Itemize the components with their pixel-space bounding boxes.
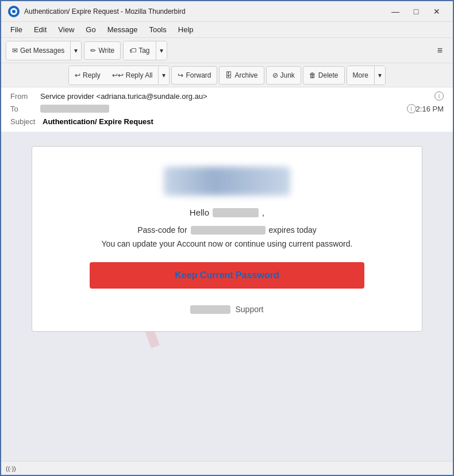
trash-icon: 🗑 <box>309 71 316 79</box>
subject-row: Subject Authentication/ Expire Request <box>10 115 444 129</box>
window-title: Authentication/ Expire Request - Mozilla… <box>24 7 386 16</box>
junk-label: Junk <box>280 71 295 79</box>
archive-icon: 🗄 <box>225 71 232 79</box>
tag-dropdown[interactable]: ▾ <box>156 41 167 60</box>
more-group: More ▾ <box>347 66 386 85</box>
get-messages-dropdown[interactable]: ▾ <box>70 41 81 60</box>
to-address-blurred <box>40 105 109 113</box>
passcode-value-blurred <box>191 226 266 235</box>
passcode-text-before: Pass-code for <box>137 225 187 235</box>
tag-label: Tag <box>138 47 149 55</box>
get-messages-button[interactable]: ✉ Get Messages <box>6 41 70 60</box>
thunderbird-window: Authentication/ Expire Request - Mozilla… <box>0 0 454 476</box>
tag-button[interactable]: 🏷 Tag <box>124 41 155 60</box>
envelope-icon: ✉ <box>12 47 18 55</box>
menu-go[interactable]: Go <box>81 24 100 36</box>
email-time: 2:16 PM <box>416 105 444 113</box>
email-logo-area <box>55 164 399 198</box>
more-label: More <box>353 71 368 79</box>
menu-view[interactable]: View <box>53 24 79 36</box>
subject-label: Subject <box>10 117 40 126</box>
update-account-text: You can update your Account now or conti… <box>55 239 399 248</box>
email-greeting-line: Hello , <box>55 208 399 217</box>
reply-group: ↩ Reply ↩↩ Reply All ▾ <box>68 66 170 85</box>
from-row: From Service provider <adriana.turica@su… <box>10 90 444 102</box>
button-container: Keep Current Password <box>55 262 399 305</box>
greeting-comma: , <box>262 208 264 217</box>
passcode-text-after: expires today <box>269 225 317 235</box>
reply-label: Reply <box>83 71 101 79</box>
subject-value: Authentication/ Expire Request <box>43 117 153 126</box>
email-footer: Support <box>55 305 399 314</box>
reply-all-icon: ↩↩ <box>112 71 124 79</box>
main-toolbar: ✉ Get Messages ▾ ✏ Write 🏷 Tag ▾ ≡ <box>1 38 453 63</box>
app-icon <box>8 6 20 17</box>
hamburger-button[interactable]: ≡ <box>432 43 448 59</box>
status-bar: ((·)) <box>1 461 453 475</box>
forward-icon: ↪ <box>178 71 183 79</box>
passcode-line: Pass-code for expires today <box>55 225 399 235</box>
to-value <box>40 105 405 113</box>
menu-edit[interactable]: Edit <box>29 24 51 36</box>
logo-blurred <box>164 167 290 195</box>
recipient-name-blurred <box>213 208 259 217</box>
footer-name-blurred <box>190 305 230 314</box>
email-body: PCrisk Hello , Pass-code for expires tod… <box>1 132 453 461</box>
menu-file[interactable]: File <box>6 24 27 36</box>
more-button[interactable]: More <box>347 66 374 85</box>
action-toolbar: ↩ Reply ↩↩ Reply All ▾ ↪ Forward 🗄 Archi… <box>1 63 453 87</box>
more-dropdown[interactable]: ▾ <box>374 66 385 85</box>
tag-group: 🏷 Tag ▾ <box>123 41 167 60</box>
email-card: Hello , Pass-code for expires today You … <box>32 146 422 332</box>
junk-icon: ⊘ <box>272 71 278 79</box>
delete-button[interactable]: 🗑 Delete <box>303 66 345 85</box>
tag-icon: 🏷 <box>129 47 136 55</box>
from-info-icon[interactable]: i <box>434 91 444 101</box>
from-label: From <box>10 92 40 101</box>
menu-help[interactable]: Help <box>174 24 198 36</box>
pencil-icon: ✏ <box>90 47 96 55</box>
reply-all-button[interactable]: ↩↩ Reply All <box>106 66 159 85</box>
write-label: Write <box>98 47 114 55</box>
maximize-button[interactable]: □ <box>407 5 425 18</box>
to-info-icon[interactable]: i <box>407 104 416 113</box>
menu-bar: File Edit View Go Message Tools Help <box>1 22 453 38</box>
reply-all-label: Reply All <box>126 71 153 79</box>
delete-label: Delete <box>318 71 338 79</box>
junk-button[interactable]: ⊘ Junk <box>266 66 301 85</box>
get-messages-group: ✉ Get Messages ▾ <box>6 41 82 60</box>
title-bar: Authentication/ Expire Request - Mozilla… <box>1 1 453 22</box>
menu-tools[interactable]: Tools <box>144 24 171 36</box>
minimize-button[interactable]: — <box>386 5 405 18</box>
reply-icon: ↩ <box>75 71 80 79</box>
reply-dropdown[interactable]: ▾ <box>158 66 169 85</box>
from-value: Service provider <adriana.turica@sundale… <box>40 92 432 101</box>
forward-button[interactable]: ↪ Forward <box>171 66 217 85</box>
to-row: To i 2:16 PM <box>10 102 444 115</box>
get-messages-label: Get Messages <box>20 47 64 55</box>
write-button[interactable]: ✏ Write <box>84 41 121 60</box>
to-label: To <box>10 105 40 113</box>
svg-point-1 <box>12 10 16 13</box>
menu-message[interactable]: Message <box>103 24 143 36</box>
email-headers: From Service provider <adriana.turica@su… <box>1 87 453 132</box>
greeting-text: Hello <box>190 208 209 217</box>
reply-button[interactable]: ↩ Reply <box>69 66 106 85</box>
connection-icon: ((·)) <box>6 465 16 472</box>
archive-button[interactable]: 🗄 Archive <box>219 66 264 85</box>
archive-label: Archive <box>234 71 257 79</box>
window-controls: — □ ✕ <box>386 5 446 18</box>
keep-password-button[interactable]: Keep Current Password <box>90 262 364 289</box>
forward-label: Forward <box>186 71 211 79</box>
support-text: Support <box>235 305 263 314</box>
close-button[interactable]: ✕ <box>428 5 446 18</box>
